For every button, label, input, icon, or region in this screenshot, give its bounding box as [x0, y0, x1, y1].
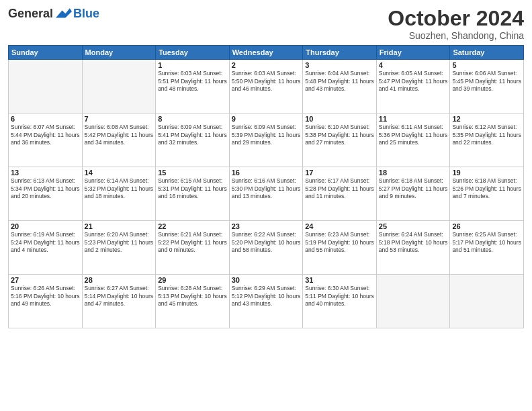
day-info: Sunrise: 6:26 AM Sunset: 5:16 PM Dayligh… — [11, 285, 80, 308]
day-info: Sunrise: 6:07 AM Sunset: 5:44 PM Dayligh… — [11, 124, 80, 146]
logo: General Blue — [8, 7, 99, 21]
day-info: Sunrise: 6:03 AM Sunset: 5:51 PM Dayligh… — [158, 70, 227, 93]
calendar-cell: 1Sunrise: 6:03 AM Sunset: 5:51 PM Daylig… — [156, 60, 230, 113]
day-number: 18 — [379, 169, 448, 177]
weekday-header-row: SundayMondayTuesdayWednesdayThursdayFrid… — [9, 46, 524, 60]
calendar-cell — [9, 60, 83, 113]
day-number: 26 — [452, 222, 521, 230]
day-number: 24 — [305, 222, 374, 230]
weekday-header-saturday: Saturday — [450, 46, 524, 60]
calendar-cell: 30Sunrise: 6:29 AM Sunset: 5:12 PM Dayli… — [229, 275, 303, 328]
day-info: Sunrise: 6:10 AM Sunset: 5:38 PM Dayligh… — [305, 124, 374, 146]
day-number: 16 — [232, 169, 301, 177]
day-info: Sunrise: 6:23 AM Sunset: 5:19 PM Dayligh… — [305, 231, 374, 254]
calendar-week-row: 20Sunrise: 6:19 AM Sunset: 5:24 PM Dayli… — [9, 221, 524, 275]
calendar-cell: 25Sunrise: 6:24 AM Sunset: 5:18 PM Dayli… — [376, 221, 450, 275]
day-info: Sunrise: 6:18 AM Sunset: 5:26 PM Dayligh… — [452, 177, 521, 200]
day-number: 25 — [379, 222, 448, 230]
calendar-cell: 13Sunrise: 6:13 AM Sunset: 5:34 PM Dayli… — [9, 167, 83, 221]
svg-marker-0 — [56, 8, 72, 17]
day-number: 29 — [158, 276, 227, 284]
day-info: Sunrise: 6:03 AM Sunset: 5:50 PM Dayligh… — [232, 70, 301, 93]
day-number: 12 — [452, 115, 521, 123]
day-info: Sunrise: 6:11 AM Sunset: 5:36 PM Dayligh… — [379, 124, 448, 146]
logo-bird-icon — [56, 8, 72, 20]
day-info: Sunrise: 6:29 AM Sunset: 5:12 PM Dayligh… — [232, 285, 301, 308]
day-number: 30 — [232, 276, 301, 284]
calendar-week-row: 6Sunrise: 6:07 AM Sunset: 5:44 PM Daylig… — [9, 113, 524, 167]
calendar-cell: 31Sunrise: 6:30 AM Sunset: 5:11 PM Dayli… — [303, 275, 377, 328]
calendar-cell: 15Sunrise: 6:15 AM Sunset: 5:31 PM Dayli… — [156, 167, 230, 221]
day-number: 6 — [11, 115, 80, 123]
calendar-cell: 8Sunrise: 6:09 AM Sunset: 5:41 PM Daylig… — [156, 113, 230, 167]
day-info: Sunrise: 6:24 AM Sunset: 5:18 PM Dayligh… — [379, 231, 448, 254]
day-number: 7 — [85, 115, 154, 123]
header: General Blue October 2024 Suozhen, Shand… — [8, 7, 524, 41]
day-info: Sunrise: 6:09 AM Sunset: 5:39 PM Dayligh… — [232, 124, 301, 146]
calendar-cell: 18Sunrise: 6:18 AM Sunset: 5:27 PM Dayli… — [376, 167, 450, 221]
calendar-cell: 24Sunrise: 6:23 AM Sunset: 5:19 PM Dayli… — [303, 221, 377, 275]
day-info: Sunrise: 6:28 AM Sunset: 5:13 PM Dayligh… — [158, 285, 227, 308]
calendar-cell: 26Sunrise: 6:25 AM Sunset: 5:17 PM Dayli… — [450, 221, 524, 275]
weekday-header-friday: Friday — [376, 46, 450, 60]
calendar-cell: 23Sunrise: 6:22 AM Sunset: 5:20 PM Dayli… — [229, 221, 303, 275]
weekday-header-tuesday: Tuesday — [156, 46, 230, 60]
calendar-cell: 20Sunrise: 6:19 AM Sunset: 5:24 PM Dayli… — [9, 221, 83, 275]
calendar-cell: 12Sunrise: 6:12 AM Sunset: 5:35 PM Dayli… — [450, 113, 524, 167]
day-info: Sunrise: 6:09 AM Sunset: 5:41 PM Dayligh… — [158, 124, 227, 146]
day-number: 31 — [305, 276, 374, 284]
day-info: Sunrise: 6:27 AM Sunset: 5:14 PM Dayligh… — [85, 285, 154, 308]
calendar-cell: 7Sunrise: 6:08 AM Sunset: 5:42 PM Daylig… — [82, 113, 156, 167]
day-number: 2 — [232, 61, 301, 69]
calendar-cell — [450, 275, 524, 328]
calendar-cell: 27Sunrise: 6:26 AM Sunset: 5:16 PM Dayli… — [9, 275, 83, 328]
title-area: October 2024 Suozhen, Shandong, China — [388, 7, 524, 41]
day-info: Sunrise: 6:13 AM Sunset: 5:34 PM Dayligh… — [11, 177, 80, 200]
calendar-page: General Blue October 2024 Suozhen, Shand… — [0, 0, 532, 411]
calendar-table: SundayMondayTuesdayWednesdayThursdayFrid… — [8, 45, 524, 328]
month-title: October 2024 — [388, 7, 524, 30]
day-number: 5 — [452, 61, 521, 69]
calendar-cell: 9Sunrise: 6:09 AM Sunset: 5:39 PM Daylig… — [229, 113, 303, 167]
day-info: Sunrise: 6:25 AM Sunset: 5:17 PM Dayligh… — [452, 231, 521, 254]
calendar-cell: 14Sunrise: 6:14 AM Sunset: 5:32 PM Dayli… — [82, 167, 156, 221]
day-number: 23 — [232, 222, 301, 230]
calendar-cell: 21Sunrise: 6:20 AM Sunset: 5:23 PM Dayli… — [82, 221, 156, 275]
day-info: Sunrise: 6:16 AM Sunset: 5:30 PM Dayligh… — [232, 177, 301, 200]
calendar-cell: 17Sunrise: 6:17 AM Sunset: 5:28 PM Dayli… — [303, 167, 377, 221]
logo-general: General — [8, 7, 53, 21]
calendar-cell: 10Sunrise: 6:10 AM Sunset: 5:38 PM Dayli… — [303, 113, 377, 167]
day-number: 15 — [158, 169, 227, 177]
day-info: Sunrise: 6:14 AM Sunset: 5:32 PM Dayligh… — [85, 177, 154, 200]
weekday-header-thursday: Thursday — [303, 46, 377, 60]
day-number: 3 — [305, 61, 374, 69]
day-number: 19 — [452, 169, 521, 177]
calendar-cell — [82, 60, 156, 113]
calendar-cell: 16Sunrise: 6:16 AM Sunset: 5:30 PM Dayli… — [229, 167, 303, 221]
day-number: 8 — [158, 115, 227, 123]
weekday-header-monday: Monday — [82, 46, 156, 60]
day-number: 28 — [85, 276, 154, 284]
day-info: Sunrise: 6:18 AM Sunset: 5:27 PM Dayligh… — [379, 177, 448, 200]
weekday-header-sunday: Sunday — [9, 46, 83, 60]
calendar-cell: 29Sunrise: 6:28 AM Sunset: 5:13 PM Dayli… — [156, 275, 230, 328]
calendar-cell: 5Sunrise: 6:06 AM Sunset: 5:45 PM Daylig… — [450, 60, 524, 113]
calendar-cell: 11Sunrise: 6:11 AM Sunset: 5:36 PM Dayli… — [376, 113, 450, 167]
calendar-cell: 3Sunrise: 6:04 AM Sunset: 5:48 PM Daylig… — [303, 60, 377, 113]
day-info: Sunrise: 6:30 AM Sunset: 5:11 PM Dayligh… — [305, 285, 374, 308]
day-number: 10 — [305, 115, 374, 123]
day-number: 14 — [85, 169, 154, 177]
day-info: Sunrise: 6:19 AM Sunset: 5:24 PM Dayligh… — [11, 231, 80, 254]
day-info: Sunrise: 6:05 AM Sunset: 5:47 PM Dayligh… — [379, 70, 448, 93]
calendar-week-row: 27Sunrise: 6:26 AM Sunset: 5:16 PM Dayli… — [9, 275, 524, 328]
day-info: Sunrise: 6:15 AM Sunset: 5:31 PM Dayligh… — [158, 177, 227, 200]
calendar-cell: 4Sunrise: 6:05 AM Sunset: 5:47 PM Daylig… — [376, 60, 450, 113]
weekday-header-wednesday: Wednesday — [229, 46, 303, 60]
day-number: 27 — [11, 276, 80, 284]
day-info: Sunrise: 6:04 AM Sunset: 5:48 PM Dayligh… — [305, 70, 374, 93]
calendar-cell: 22Sunrise: 6:21 AM Sunset: 5:22 PM Dayli… — [156, 221, 230, 275]
calendar-week-row: 1Sunrise: 6:03 AM Sunset: 5:51 PM Daylig… — [9, 60, 524, 113]
day-info: Sunrise: 6:21 AM Sunset: 5:22 PM Dayligh… — [158, 231, 227, 254]
calendar-cell: 19Sunrise: 6:18 AM Sunset: 5:26 PM Dayli… — [450, 167, 524, 221]
calendar-cell: 6Sunrise: 6:07 AM Sunset: 5:44 PM Daylig… — [9, 113, 83, 167]
